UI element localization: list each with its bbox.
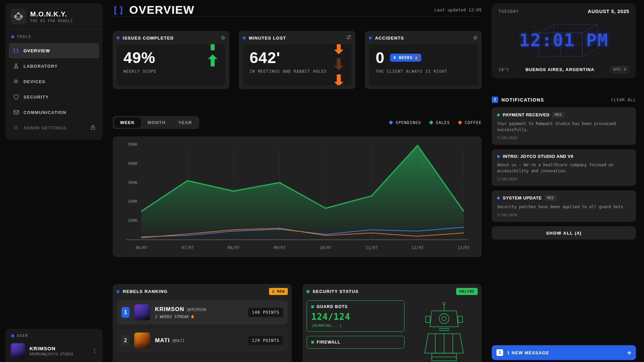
stat-value: 49% — [123, 50, 219, 66]
sliders-icon[interactable] — [346, 35, 352, 41]
sidebar-item-security[interactable]: SECURITY — [9, 89, 99, 105]
notification-card[interactable]: INTRO: JOYCO STUDIO AND V0 About us - We… — [492, 149, 636, 186]
chart-svg: 100K200K300K400K500K06/0707/0708/0709/07… — [113, 136, 482, 257]
flask-icon — [13, 63, 19, 69]
guard-bots-label: GUARD BOTS — [317, 304, 348, 309]
clock-day: TUESDAY — [498, 9, 519, 14]
svg-text:11/07: 11/07 — [366, 245, 378, 250]
gear-icon[interactable]: ⚙ — [221, 35, 225, 41]
range-tabs: WEEK MONTH YEAR — [113, 116, 199, 129]
sidebar-panel: M.O.N.K.Y. THE OS FOR REBELS TOOLS [] OV… — [5, 3, 103, 140]
legend-sales[interactable]: SALES — [430, 120, 450, 125]
blue-square-icon — [117, 290, 119, 293]
svg-text:07/07: 07/07 — [181, 245, 194, 250]
sidebar-item-label: COMMUNICATION — [23, 110, 66, 115]
stat-title: ACCIDENTS — [375, 36, 404, 41]
user-email: KRIMSON@JOYCO.STUDIO — [30, 352, 73, 356]
stat-title: MINUTES LOST — [249, 36, 286, 41]
chart-controls: WEEK MONTH YEAR SPENDINGS SALES COFFEE — [113, 116, 482, 129]
show-all-button[interactable]: SHOW ALL (4) — [492, 226, 636, 240]
blue-square-icon — [117, 37, 119, 39]
ranking-header: REBELS RANKING 2 NEW — [117, 288, 288, 295]
stat-subtitle: IN MEETINGS AND RABBIT HOLES — [250, 69, 345, 74]
tools-section-label: TOOLS — [5, 30, 103, 42]
svg-text:500K: 500K — [128, 142, 138, 147]
new-count-badge: 2 NEW — [269, 288, 288, 295]
avatar — [134, 304, 150, 320]
legend-spendings[interactable]: SPENDINGS — [389, 120, 421, 125]
user-card[interactable]: KRIMSON KRIMSON@JOYCO.STUDIO ⋮ — [5, 341, 103, 362]
sidebar-item-devices[interactable]: ⚙ DEVICES — [9, 74, 99, 89]
notification-title: INTRO: JOYCO STUDIO AND V0 — [503, 154, 573, 159]
trend-down-arrows-icon — [334, 44, 343, 85]
fire-icon — [191, 314, 194, 319]
sidebar-item-admin-settings[interactable]: ⚙ ADMIN SETTINGS — [9, 120, 99, 135]
rebels-ranking-card: REBELS RANKING 2 NEW 1 KRIMSON @KRIMSON … — [113, 284, 292, 362]
status-dot — [497, 114, 500, 116]
notification-body: About us - We're a healthcare company fo… — [497, 162, 631, 174]
sidebar-item-overview[interactable]: [] OVERVIEW — [9, 43, 99, 58]
svg-text:08/07: 08/07 — [227, 245, 239, 250]
tab-month[interactable]: MONTH — [142, 117, 172, 128]
sidebar-item-label: LABORATORY — [23, 64, 58, 69]
sidebar-item-laboratory[interactable]: LABORATORY — [9, 58, 99, 74]
main-content: [] OVERVIEW Last updated 12:05 ISSUES CO… — [113, 3, 482, 362]
message-count-badge: 1 — [496, 349, 503, 356]
ranking-handle: @KRIMSON — [187, 307, 206, 312]
notification-card[interactable]: SYSTEM UPDATE MED Security patches have … — [492, 190, 636, 222]
user-menu-dots-icon[interactable]: ⋮ — [92, 348, 97, 354]
user-info: KRIMSON KRIMSON@JOYCO.STUDIO — [30, 346, 73, 356]
chart-card: 100K200K300K400K500K06/0707/0708/0709/07… — [113, 136, 482, 257]
user-label: USER — [17, 334, 29, 338]
tab-week[interactable]: WEEK — [114, 117, 141, 128]
notifications-header: 2 NOTIFICATIONS CLEAR ALL — [492, 97, 636, 103]
message-text: 1 NEW MESSAGE — [507, 350, 549, 355]
avatar — [11, 343, 25, 358]
plus-icon[interactable]: + — [627, 349, 631, 357]
stat-value: 642' — [250, 50, 345, 66]
guard-bots-status: [RUNNING...] — [311, 323, 400, 328]
sidebar-nav: [] OVERVIEW LABORATORY ⚙ DEVICES — [5, 42, 103, 140]
ranking-name: MATI — [155, 337, 170, 344]
blue-square-icon — [369, 37, 372, 39]
clock-middle: 12:01 PM — [498, 14, 629, 66]
sidebar-item-communication[interactable]: COMMUNICATION — [9, 105, 99, 120]
new-message-bar[interactable]: 1 1 NEW MESSAGE + — [492, 345, 636, 360]
notification-card[interactable]: PAYMENT RECEIVED MED Your payment to Ram… — [492, 107, 636, 145]
clock-bottom-row: 18°C BUENOS AIRES, ARGENTINA UTC-3 — [498, 66, 629, 73]
bottom-row: REBELS RANKING 2 NEW 1 KRIMSON @KRIMSON … — [113, 284, 482, 362]
guard-bot-illustration — [411, 300, 478, 362]
gear-icon[interactable]: ⚙ — [473, 35, 478, 41]
ranking-row[interactable]: 2 MATI @MATI 129 POINTS — [117, 328, 288, 353]
security-title: SECURITY STATUS — [313, 289, 359, 294]
last-updated: Last updated 12:05 — [434, 7, 482, 12]
ranking-user-info: KRIMSON @KRIMSON 2 WEEKS STREAK — [155, 306, 206, 319]
status-dot — [497, 155, 500, 158]
security-status-card: SECURITY STATUS ONLINE GUARD BOTS 124/12… — [303, 284, 482, 362]
ranking-row[interactable]: 1 KRIMSON @KRIMSON 2 WEEKS STREAK 148 PO… — [117, 300, 288, 324]
avatar — [134, 333, 150, 349]
sidebar-spacer — [5, 140, 103, 329]
diamond-icon — [458, 120, 463, 125]
clear-all-button[interactable]: CLEAR ALL — [611, 98, 636, 102]
stat-card-minutes: MINUTES LOST 642' IN MEETINGS AND RABBIT… — [239, 31, 356, 89]
stat-card-header: MINUTES LOST — [243, 35, 352, 41]
svg-text:10/07: 10/07 — [320, 245, 332, 250]
notification-date: 7/10/2024 — [497, 136, 631, 140]
svg-text:09/07: 09/07 — [273, 245, 285, 250]
priority-badge: MED — [552, 112, 564, 118]
user-section-label: USER — [5, 329, 103, 341]
clock-date: AUGUST 5, 2025 — [588, 9, 629, 14]
tab-year[interactable]: YEAR — [172, 117, 198, 128]
stat-subtitle: WEEKLY SCOPE — [123, 69, 219, 74]
legend-label: COFFEE — [465, 120, 482, 125]
gear-icon: ⚙ — [13, 78, 19, 84]
priority-badge: MED — [545, 195, 556, 201]
points-badge: 148 POINTS — [248, 308, 283, 317]
legend-coffee[interactable]: COFFEE — [459, 120, 482, 125]
temperature: 18°C — [498, 67, 509, 72]
tools-label: TOOLS — [17, 35, 31, 39]
legend-label: SALES — [436, 120, 450, 125]
sidebar: M.O.N.K.Y. THE OS FOR REBELS TOOLS [] OV… — [5, 3, 103, 362]
clock-time: 12:01 PM — [519, 30, 608, 50]
